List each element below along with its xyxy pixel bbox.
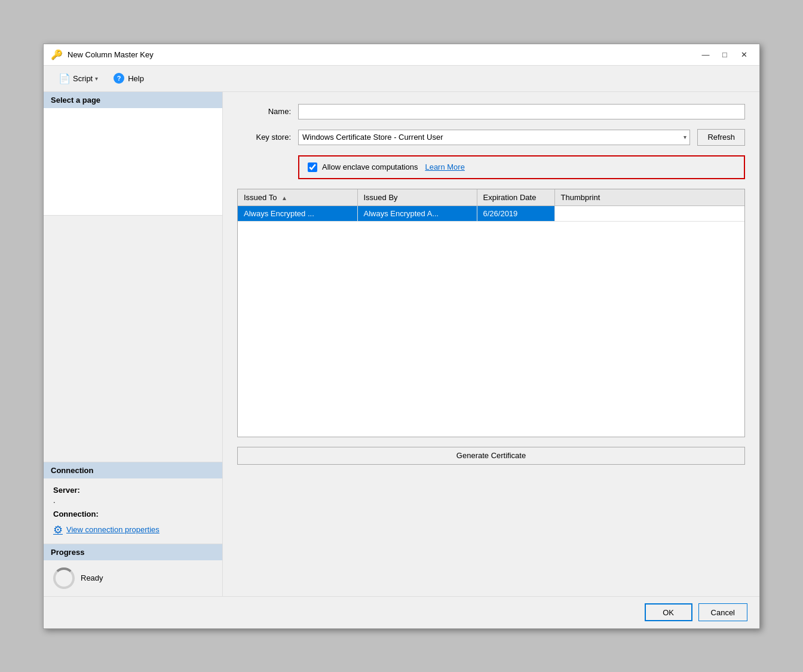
- main-window: 🔑 New Column Master Key — □ ✕ 📄 Script ▾…: [43, 44, 760, 629]
- keystore-select[interactable]: Windows Certificate Store - Current User…: [298, 130, 690, 145]
- enclave-area: Allow enclave computations Learn More: [298, 155, 745, 179]
- help-icon: ?: [114, 73, 124, 84]
- ok-button[interactable]: OK: [645, 603, 692, 621]
- maximize-button[interactable]: □: [716, 48, 733, 61]
- script-label: Script: [73, 74, 93, 83]
- generate-certificate-button[interactable]: Generate Certificate: [237, 447, 745, 465]
- progress-header: Progress: [44, 544, 222, 560]
- content-area: Select a page Connection Server: . Conne…: [44, 92, 759, 596]
- progress-status: Ready: [81, 573, 103, 582]
- refresh-button[interactable]: Refresh: [697, 129, 745, 146]
- cell-issued-by: Always Encrypted A...: [357, 205, 477, 221]
- col-issued-by[interactable]: Issued By: [357, 189, 477, 206]
- enclave-checkbox[interactable]: [308, 162, 317, 172]
- close-button[interactable]: ✕: [735, 48, 752, 61]
- view-connection-label: View connection properties: [66, 525, 160, 534]
- certificate-table: Issued To ▲ Issued By Expiration Date Th…: [238, 189, 744, 222]
- sidebar-spacer: [44, 216, 222, 462]
- cert-table-header-row: Issued To ▲ Issued By Expiration Date Th…: [238, 189, 744, 206]
- connection-label: Connection:: [53, 510, 213, 518]
- select-page-header: Select a page: [44, 92, 222, 108]
- toolbar: 📄 Script ▾ ? Help: [44, 66, 759, 92]
- title-bar: 🔑 New Column Master Key — □ ✕: [44, 44, 759, 66]
- script-button[interactable]: 📄 Script ▾: [53, 70, 103, 87]
- col-thumbprint[interactable]: Thumbprint: [554, 189, 744, 206]
- learn-more-link[interactable]: Learn More: [425, 162, 464, 171]
- connection-content: Server: . Connection: ⚙ View connection …: [44, 478, 222, 544]
- certificate-table-wrapper: Issued To ▲ Issued By Expiration Date Th…: [237, 189, 745, 437]
- name-label: Name:: [237, 107, 291, 116]
- progress-content: Ready: [44, 560, 222, 596]
- keystore-label: Key store:: [237, 133, 291, 142]
- minimize-button[interactable]: —: [697, 48, 714, 61]
- table-row[interactable]: Always Encrypted ... Always Encrypted A.…: [238, 205, 744, 221]
- title-controls: — □ ✕: [697, 48, 752, 61]
- keystore-row: Key store: Windows Certificate Store - C…: [237, 129, 745, 146]
- cell-expiration-date: 6/26/2019: [477, 205, 554, 221]
- cert-table-header: Issued To ▲ Issued By Expiration Date Th…: [238, 189, 744, 206]
- main-panel: Name: Key store: Windows Certificate Sto…: [223, 92, 759, 596]
- sort-asc-icon: ▲: [281, 195, 287, 201]
- help-button[interactable]: ? Help: [108, 70, 149, 87]
- sidebar-pages-area: [44, 108, 222, 216]
- name-input[interactable]: [298, 104, 745, 119]
- server-label: Server:: [53, 486, 213, 495]
- window-title: New Column Master Key: [68, 50, 154, 59]
- connection-icon: ⚙: [53, 523, 63, 536]
- col-expiration-date[interactable]: Expiration Date: [477, 189, 554, 206]
- server-value: .: [53, 496, 213, 505]
- chevron-down-icon: ▾: [95, 75, 98, 82]
- view-connection-properties-link[interactable]: ⚙ View connection properties: [53, 523, 213, 536]
- window-icon: 🔑: [51, 49, 63, 60]
- cell-thumbprint: [554, 205, 744, 221]
- script-icon: 📄: [59, 73, 71, 84]
- cert-table-empty-area: [238, 222, 744, 437]
- col-issued-to[interactable]: Issued To ▲: [238, 189, 357, 206]
- enclave-label: Allow enclave computations: [322, 162, 418, 171]
- keystore-select-wrapper: Windows Certificate Store - Current User…: [298, 130, 690, 145]
- title-bar-left: 🔑 New Column Master Key: [51, 49, 154, 60]
- progress-section: Progress Ready: [44, 544, 222, 596]
- name-row: Name:: [237, 104, 745, 119]
- footer: OK Cancel: [44, 596, 759, 628]
- cert-table-body: Always Encrypted ... Always Encrypted A.…: [238, 205, 744, 221]
- help-label: Help: [128, 74, 144, 83]
- cancel-button[interactable]: Cancel: [698, 603, 747, 621]
- connection-section: Connection Server: . Connection: ⚙ View …: [44, 462, 222, 544]
- sidebar: Select a page Connection Server: . Conne…: [44, 92, 223, 596]
- cell-issued-to: Always Encrypted ...: [238, 205, 357, 221]
- connection-header: Connection: [44, 462, 222, 478]
- progress-spinner: [53, 567, 75, 589]
